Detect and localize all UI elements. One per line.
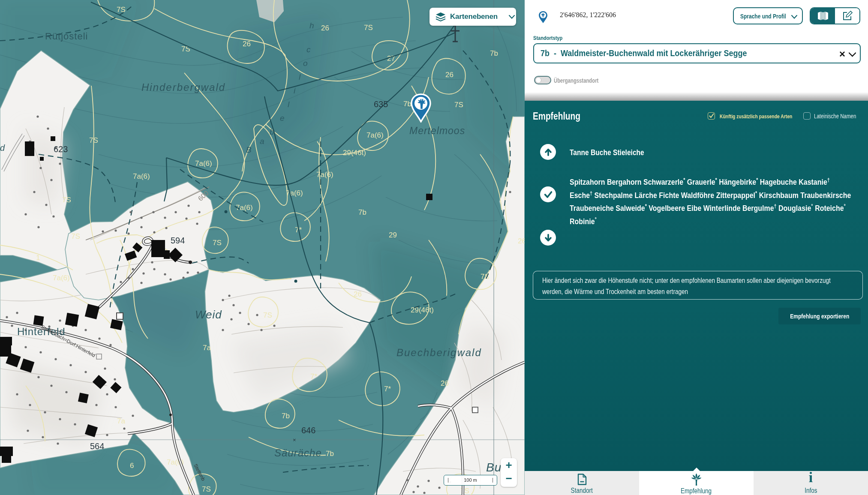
svg-text:594: 594 [171,236,185,245]
svg-text:7a: 7a [203,344,211,352]
svg-text:29: 29 [389,231,397,239]
svg-text:7S: 7S [364,24,373,32]
svg-text:26: 26 [518,237,525,245]
svg-text:7S: 7S [89,136,98,144]
svg-text:7b: 7b [358,208,366,216]
svg-text:Buechberigwald: Buechberigwald [396,347,482,358]
svg-text:7S: 7S [213,239,222,247]
svg-text:c: c [306,45,311,54]
svg-text:635: 635 [374,99,388,109]
svg-text:7a: 7a [117,417,125,425]
svg-text:B: B [246,145,252,154]
svg-text:26: 26 [441,379,449,387]
svg-text:7b: 7b [326,450,334,458]
svg-text:h: h [309,21,314,30]
svg-text:26: 26 [354,290,362,298]
svg-text:1: 1 [36,254,40,262]
svg-text:646: 646 [301,426,315,435]
svg-text:7S: 7S [181,45,190,53]
svg-text:7S: 7S [454,101,463,109]
svg-text:d: d [0,143,5,153]
svg-text:Mertelmoos: Mertelmoos [409,125,465,136]
svg-text:7a(6): 7a(6) [316,171,333,179]
svg-text:26: 26 [321,24,329,32]
svg-text:7a(6): 7a(6) [366,131,384,139]
svg-text:7a(6): 7a(6) [236,204,253,212]
svg-text:a: a [260,137,264,146]
svg-text:b: b [270,127,274,136]
svg-text:7S: 7S [202,485,211,493]
svg-text:Rütjosteli: Rütjosteli [45,31,88,42]
svg-text:29(46t): 29(46t) [343,149,366,157]
svg-text:7a(6): 7a(6) [53,274,70,282]
svg-text:623: 623 [54,144,68,154]
svg-text:26: 26 [445,71,454,79]
svg-text:26: 26 [243,40,251,48]
svg-text:Bu: Bu [486,461,502,474]
svg-text:7*: 7* [384,385,391,393]
svg-text:7S: 7S [71,232,80,240]
svg-text:Weid: Weid [195,308,222,321]
svg-text:7a(6): 7a(6) [133,172,150,180]
svg-text:7b: 7b [282,412,290,420]
svg-text:6: 6 [130,462,134,470]
svg-text:7a(6): 7a(6) [195,159,212,168]
svg-text:564: 564 [90,441,104,451]
svg-text:Säuräche: Säuräche [274,447,322,459]
svg-text:Hinderbergwald: Hinderbergwald [141,81,225,93]
svg-text:o: o [303,59,308,68]
svg-text:7b: 7b [490,49,498,57]
svg-text:7S: 7S [263,311,272,319]
svg-text:×: × [293,437,296,443]
svg-text:7S: 7S [62,196,71,204]
svg-text:7*: 7* [310,372,317,381]
svg-text:e: e [280,114,285,123]
svg-text:7S: 7S [117,6,126,14]
svg-text:7a(6): 7a(6) [286,189,303,197]
